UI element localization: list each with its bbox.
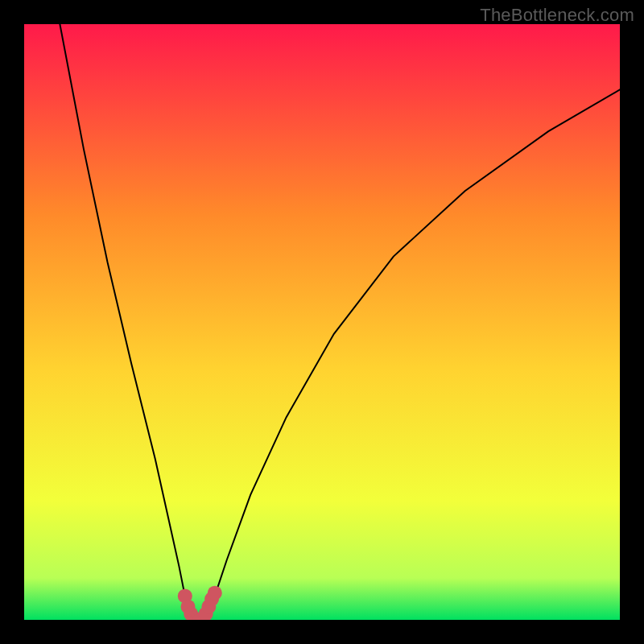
chart-frame: TheBottleneck.com xyxy=(0,0,644,644)
gradient-background xyxy=(24,24,620,620)
bottleneck-chart xyxy=(24,24,620,620)
optimal-marker xyxy=(208,586,222,601)
watermark-text: TheBottleneck.com xyxy=(480,5,634,26)
plot-area xyxy=(24,24,620,620)
